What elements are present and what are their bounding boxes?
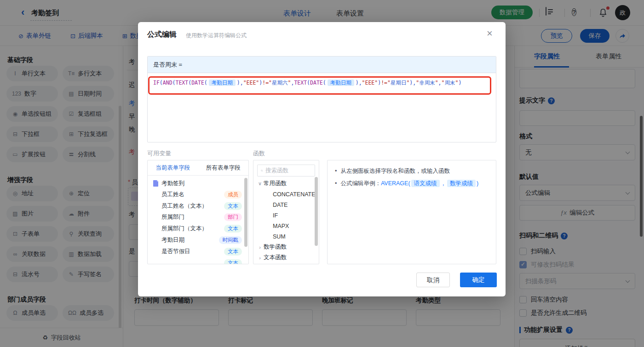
variables-tabs: 当前表单字段 所有表单字段 [148,160,248,176]
formula-token: ) [237,80,240,86]
variables-panel: 当前表单字段 所有表单字段 考勤签到 员工姓名 成员 [147,160,249,264]
formula-token: ( [307,80,310,86]
cancel-button[interactable]: 取消 [416,273,450,287]
formula-token: 考勤日期 [328,80,354,86]
formula-editor[interactable]: 是否周末 = IF(AND(TEXT(DATE(考勤日期),"EEE")!="星… [147,56,496,142]
close-icon[interactable]: × [487,28,493,39]
app-screen: ‹ 考勤签到 表单设计 表单设置 数据管理 ? 政 ⊘ [0,0,644,347]
formula-token: , [438,80,442,86]
variable-row[interactable]: 文本 [148,257,248,264]
type-badge: 部门 [224,213,242,221]
formula-token: 星期日 [391,80,407,86]
formula-token: "EEE" [243,80,259,86]
functions-panel: ∨ 常用函数 CONCATENATE DATE [253,160,319,264]
formula-token: != [262,80,269,86]
formula-token: TEXT [294,80,307,86]
tab-all-form-fields[interactable]: 所有表单字段 [198,164,249,172]
tip-example-line: •公式编辑举例：AVERAGE(语文成绩，数学成绩) [335,179,489,188]
formula-token: TEXT [176,80,189,86]
tips-panel: •从左侧面板选择字段名和函数，或输入函数 •公式编辑举例：AVERAGE(语文成… [327,160,496,264]
function-item[interactable]: DATE [253,199,319,210]
function-item[interactable]: SUM [253,231,319,242]
formula-token: DATE [310,80,323,86]
variable-row[interactable]: 考勤日期 时间戳 [148,234,248,246]
formula-token: IF [153,80,160,86]
tip-line: •从左侧面板选择字段名和函数，或输入函数 [335,167,489,175]
modal-title: 公式编辑 [147,30,177,40]
function-item[interactable]: MAPX [253,221,319,231]
search-icon [261,168,263,174]
formula-token: " [269,80,272,86]
formula-token: 周末 [444,80,455,86]
formula-token: ) [356,80,359,86]
formula-token: " [435,80,438,86]
variable-row[interactable]: 员工姓名 成员 [148,189,248,200]
tree-chevron-icon: ∨ [256,181,264,187]
type-badge: 文本 [224,248,242,256]
example-field-chip: 语文成绩 [411,180,440,187]
formula-token: , [359,80,362,86]
formula-editor-modal: 公式编辑 使用数学运算符编辑公式 × 是否周末 = IF(AND(TEXT(DA… [138,22,506,296]
variables-scrollbar[interactable] [244,178,247,247]
type-badge: 时间戳 [219,236,242,244]
functions-scrollbar[interactable] [315,177,318,246]
tab-current-form-fields[interactable]: 当前表单字段 [148,164,198,172]
formula-token: AND [163,80,172,86]
function-item[interactable]: IF [253,210,319,221]
formula-result-label: 是否周末 = [148,57,496,73]
function-item[interactable]: CONCATENATE [253,189,319,199]
formula-token: ( [160,80,163,86]
type-badge: 文本 [224,259,242,264]
type-badge: 成员 [224,191,242,199]
search-input[interactable] [265,167,311,174]
formula-token: "EEE" [362,80,378,86]
variable-row[interactable]: 所属部门 部门 [148,212,248,223]
type-badge: 文本 [224,202,242,210]
form-root-item[interactable]: 考勤签到 [148,178,248,189]
variable-row[interactable]: 所属部门（文本） 文本 [148,223,248,234]
formula-token: != [381,80,387,86]
document-icon [153,180,159,187]
variables-label: 可用变量 [147,149,171,158]
modal-subtitle: 使用数学运算符编辑公式 [186,32,247,40]
formula-expression[interactable]: IF(AND(TEXT(DATE(考勤日期),"EEE")!="星期六",TEX… [153,80,491,86]
formula-token: 非周末 [419,80,435,86]
formula-token: " [387,80,391,86]
variable-row[interactable]: 员工姓名（文本） 文本 [148,200,248,212]
example-field-chip: 数学成绩 [447,180,476,187]
formula-token: DATE [191,80,204,86]
formula-token: , [240,80,243,86]
tree-chevron-icon: › [256,255,264,261]
variable-row[interactable]: 是否节假日 文本 [148,246,248,257]
formula-token: ) [458,80,461,86]
function-search[interactable] [257,165,315,176]
formula-token: ( [323,80,326,86]
type-badge: 文本 [224,225,242,233]
tree-chevron-icon: › [256,245,264,250]
confirm-button[interactable]: 确定 [460,273,497,287]
function-item[interactable]: › 数学函数 [253,242,319,252]
formula-token: ( [204,80,207,86]
formula-token: 星期六 [272,80,288,86]
function-item[interactable]: › 文本函数 [253,252,319,263]
function-item[interactable]: ∨ 常用函数 [253,178,319,189]
functions-label: 函数 [253,149,265,158]
formula-token: 考勤日期 [209,80,236,86]
formula-token: ( [172,80,176,86]
